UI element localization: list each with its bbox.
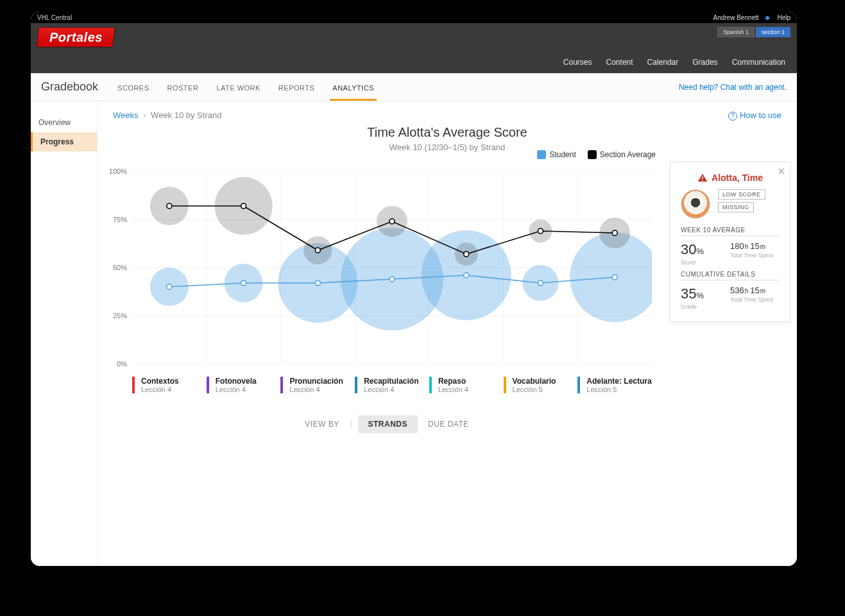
view-by-toggle[interactable]: STRANDSDUE DATE xyxy=(358,415,479,433)
nav-communication[interactable]: Communication xyxy=(732,58,785,67)
logo-text: Portales xyxy=(49,30,103,45)
course-chip[interactable]: Spanish 1 xyxy=(717,27,755,37)
student-detail-panel: × Alotta, Time LOW SCOREMISSING WEEK 10 … xyxy=(670,162,790,322)
student-name-heading: Alotta, Time xyxy=(681,173,780,183)
breadcrumb-current: Week 10 by Strand xyxy=(151,110,221,120)
chart-title: Time Alotta's Average Score xyxy=(113,125,781,140)
x-category: FotonovelaLección 4 xyxy=(207,377,281,393)
svg-point-37 xyxy=(389,219,395,224)
status-badge: LOW SCORE xyxy=(718,189,765,200)
gradebook-subheader: Gradebook SCORESROSTERLATE WORKREPORTSAN… xyxy=(31,73,797,101)
y-tick: 50% xyxy=(113,264,127,271)
subtab-reports[interactable]: REPORTS xyxy=(278,84,314,92)
svg-point-35 xyxy=(241,203,246,209)
logo[interactable]: Portales xyxy=(36,27,115,47)
how-to-use-label: How to use xyxy=(740,110,781,120)
svg-point-38 xyxy=(464,252,469,257)
nav-content[interactable]: Content xyxy=(606,58,633,67)
avatar xyxy=(681,189,710,219)
content-area: Weeks › Week 10 by Strand ?How to use Ti… xyxy=(98,101,797,566)
breadcrumb: Weeks › Week 10 by Strand xyxy=(113,110,781,120)
section-chip[interactable]: section 1 xyxy=(756,27,790,37)
help-link[interactable]: Help xyxy=(777,14,790,21)
sidebar-item-overview[interactable]: Overview xyxy=(31,113,97,132)
chart-x-categories: ContextosLección 4FotonovelaLección 4Pro… xyxy=(132,377,652,393)
svg-rect-42 xyxy=(702,180,703,180)
svg-point-28 xyxy=(241,280,246,286)
chart-area: 0%25%50%75%100% xyxy=(132,171,652,364)
status-badge: MISSING xyxy=(718,202,754,212)
viewby-strands[interactable]: STRANDS xyxy=(358,415,418,433)
svg-point-30 xyxy=(389,277,395,282)
y-tick: 25% xyxy=(113,312,127,320)
svg-point-33 xyxy=(612,275,617,280)
nav-grades[interactable]: Grades xyxy=(692,58,717,67)
svg-point-31 xyxy=(464,273,469,278)
breadcrumb-root[interactable]: Weeks xyxy=(113,110,139,120)
chart-legend: Student Section Average xyxy=(537,150,656,160)
week-avg-title: WEEK 10 AVERAGE xyxy=(681,227,780,236)
how-to-use-link[interactable]: ?How to use xyxy=(728,110,781,121)
y-tick: 100% xyxy=(109,167,127,175)
svg-point-27 xyxy=(167,284,172,289)
x-category: ContextosLección 4 xyxy=(132,377,207,393)
view-by-label: VIEW BY xyxy=(305,420,339,429)
svg-point-39 xyxy=(538,228,543,234)
svg-point-36 xyxy=(315,248,320,253)
brand-label: VHL Central xyxy=(37,14,72,21)
course-selector[interactable]: Spanish 1 section 1 xyxy=(717,27,790,37)
svg-rect-41 xyxy=(702,176,703,179)
subtab-analytics[interactable]: ANALYTICS xyxy=(332,84,374,92)
x-category: RecapitulaciónLección 4 xyxy=(355,377,429,393)
week-score-metric: 30% Score xyxy=(681,241,730,266)
status-dot-icon xyxy=(765,16,769,20)
nav-calendar[interactable]: Calendar xyxy=(647,58,679,67)
close-icon[interactable]: × xyxy=(778,165,785,178)
week-time-metric: 180h15m Total Time Spent xyxy=(730,241,780,266)
subtab-scores[interactable]: SCORES xyxy=(117,84,149,92)
legend-swatch-student xyxy=(537,150,546,159)
page-title: Gradebook xyxy=(41,80,98,94)
chart-subtitle: Week 10 (12/30–1/5) by Strand xyxy=(113,142,781,152)
sidebar: OverviewProgress xyxy=(31,101,98,566)
svg-point-34 xyxy=(167,203,172,209)
user-name[interactable]: Andrew Bennett xyxy=(713,14,758,21)
warning-icon xyxy=(697,173,708,182)
legend-student: Student xyxy=(537,150,576,160)
subtab-late-work[interactable]: LATE WORK xyxy=(216,84,260,92)
x-category: VocabularioLección 5 xyxy=(504,377,578,393)
chevron-right-icon: › xyxy=(143,110,146,120)
cum-grade-metric: 35% Grade xyxy=(681,286,730,310)
question-icon: ? xyxy=(728,112,737,121)
subtab-roster[interactable]: ROSTER xyxy=(167,84,199,92)
cumulative-title: CUMULATIVE DETAILS xyxy=(681,271,780,280)
y-tick: 75% xyxy=(113,216,127,223)
svg-point-40 xyxy=(612,230,617,235)
legend-section: Section Average xyxy=(588,150,656,160)
device-frame: VHL Central Andrew Bennett Help Portales… xyxy=(19,0,808,578)
view-by-row: VIEW BY STRANDSDUE DATE xyxy=(132,415,652,433)
svg-point-29 xyxy=(315,280,320,286)
legend-swatch-section xyxy=(588,150,597,159)
cum-time-metric: 536h15m Total Time Spent xyxy=(730,286,780,310)
viewby-due-date[interactable]: DUE DATE xyxy=(418,415,479,433)
nav-courses[interactable]: Courses xyxy=(563,58,592,67)
bubble-line-chart xyxy=(132,171,652,364)
app-header: Portales Spanish 1 section 1 CoursesCont… xyxy=(31,23,797,73)
chat-help-link[interactable]: Need help? Chat with an agent. xyxy=(679,83,787,92)
x-category: Adelante: LecturaLección 5 xyxy=(577,377,652,393)
x-category: PronunciaciónLección 4 xyxy=(280,377,355,393)
x-category: RepasoLección 4 xyxy=(429,377,504,393)
sidebar-item-progress[interactable]: Progress xyxy=(31,132,97,151)
top-system-bar: VHL Central Andrew Bennett Help xyxy=(31,12,797,23)
y-tick: 0% xyxy=(117,360,127,368)
svg-point-32 xyxy=(538,280,543,286)
